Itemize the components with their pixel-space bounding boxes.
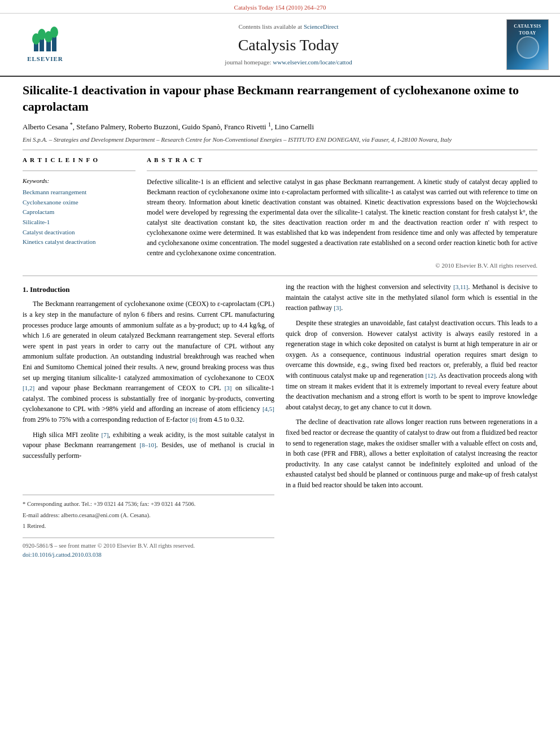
ref-3b[interactable]: [3] <box>334 304 341 311</box>
footnote-email: E-mail address: alberto.cesana@eni.com (… <box>23 511 274 520</box>
keywords-list: Beckmann rearrangement Cyclohexanone oxi… <box>23 187 135 247</box>
svg-point-7 <box>50 27 58 38</box>
divider-abstract <box>147 171 537 171</box>
affiliation: Eni S.p.A. – Strategies and Development … <box>23 136 537 144</box>
keyword-4[interactable]: Silicalite-1 <box>23 217 135 228</box>
right-para-3: The decline of deactivation rate allows … <box>286 417 537 490</box>
body-col-left: 1. Introduction The Beckmann rearrangeme… <box>23 282 274 560</box>
authors-text: Alberto Cesana *, Stefano Palmery, Rober… <box>23 123 314 131</box>
ref-12[interactable]: [12] <box>425 372 435 379</box>
journal-homepage: journal homepage: www.elsevier.com/locat… <box>79 58 498 67</box>
journal-title: Catalysis Today <box>79 34 498 56</box>
body-columns: 1. Introduction The Beckmann rearrangeme… <box>23 282 537 560</box>
intro-section-title: 1. Introduction <box>23 284 274 295</box>
abstract-section: A B S T R A C T Defective silicalite-1 i… <box>147 156 537 270</box>
cover-graphic <box>517 36 539 59</box>
abstract-label: A B S T R A C T <box>147 156 537 164</box>
journal-citation: Catalysis Today 154 (2010) 264–270 <box>234 4 326 11</box>
author-sup: 1 <box>268 121 271 128</box>
divider-1 <box>23 150 537 150</box>
intro-para-1: The Beckmann rearrangement of cyclohexan… <box>23 299 274 425</box>
elsevier-tree-icon <box>32 27 59 54</box>
ref-7[interactable]: [7] <box>102 431 109 438</box>
article-content: Silicalite-1 deactivation in vapour phas… <box>0 77 560 571</box>
body-col-right: ing the reaction with the highest conver… <box>286 282 537 560</box>
cover-title: CATALYSIS TODAY <box>507 23 548 36</box>
keyword-5[interactable]: Catalyst deactivation <box>23 228 135 238</box>
intro-para-2: High silica MFI zeolite [7], exhibiting … <box>23 430 274 461</box>
ref-3-11[interactable]: [3,11] <box>453 283 468 290</box>
journal-header: ELSEVIER Contents lists available at Sci… <box>0 14 560 77</box>
keyword-1[interactable]: Beckmann rearrangement <box>23 187 135 198</box>
authors: Alberto Cesana *, Stefano Palmery, Rober… <box>23 121 537 133</box>
doi-text: doi:10.1016/j.cattod.2010.03.038 <box>23 551 274 560</box>
journal-homepage-link[interactable]: www.elsevier.com/locate/cattod <box>273 59 352 65</box>
ref-1-2[interactable]: [1,2] <box>23 385 34 391</box>
ref-3[interactable]: [3] <box>225 385 232 391</box>
keywords-label: Keywords: <box>23 177 135 185</box>
ref-8-10[interactable]: [8–10] <box>139 442 156 448</box>
elsevier-logo: ELSEVIER <box>27 27 63 63</box>
top-bar: Catalysis Today 154 (2010) 264–270 <box>0 0 560 14</box>
divider-body <box>23 276 537 276</box>
keyword-2[interactable]: Cyclohexanone oxime <box>23 198 135 208</box>
svg-point-5 <box>38 29 46 40</box>
right-para-2: Despite these strategies an unavoidable,… <box>286 318 537 412</box>
article-info-left: A R T I C L E I N F O Keywords: Beckmann… <box>23 156 135 270</box>
sciencedirect-link[interactable]: ScienceDirect <box>304 23 339 30</box>
svg-rect-0 <box>34 43 38 51</box>
svg-rect-2 <box>46 41 51 51</box>
footnote-retired: 1 Retired. <box>23 522 274 531</box>
right-para-1: ing the reaction with the highest conver… <box>286 282 537 313</box>
issn-text: 0920-5861/$ – see front matter © 2010 El… <box>23 541 274 551</box>
divider-keywords <box>23 171 135 171</box>
ref-4-5[interactable]: [4,5] <box>262 405 274 412</box>
article-info-label: A R T I C L E I N F O <box>23 156 135 164</box>
abstract-text: Defective silicalite-1 is an efficient a… <box>147 177 537 258</box>
elsevier-label: ELSEVIER <box>27 55 63 63</box>
sciencedirect-label: Contents lists available at ScienceDirec… <box>79 23 498 31</box>
elsevier-logo-area: ELSEVIER <box>11 27 79 63</box>
article-title: Silicalite-1 deactivation in vapour phas… <box>23 82 537 115</box>
svg-rect-1 <box>40 39 44 51</box>
keyword-6[interactable]: Kinetics catalyst deactivation <box>23 237 135 247</box>
article-info-row: A R T I C L E I N F O Keywords: Beckmann… <box>23 156 537 270</box>
footnotes-area: * Corresponding author. Tel.: +39 0321 4… <box>23 495 274 531</box>
svg-rect-3 <box>52 37 56 51</box>
bottom-bar: 0920-5861/$ – see front matter © 2010 El… <box>23 538 274 560</box>
ref-6[interactable]: [6] <box>190 416 198 423</box>
from-text: from <box>462 429 475 436</box>
journal-info-center: Contents lists available at ScienceDirec… <box>79 23 498 67</box>
footnote-corresponding: * Corresponding author. Tel.: +39 0321 4… <box>23 500 274 509</box>
journal-cover-area: CATALYSIS TODAY <box>498 19 549 70</box>
keyword-3[interactable]: Caprolactam <box>23 207 135 217</box>
copyright-notice: © 2010 Elsevier B.V. All rights reserved… <box>147 261 537 270</box>
journal-cover: CATALYSIS TODAY <box>506 19 549 70</box>
